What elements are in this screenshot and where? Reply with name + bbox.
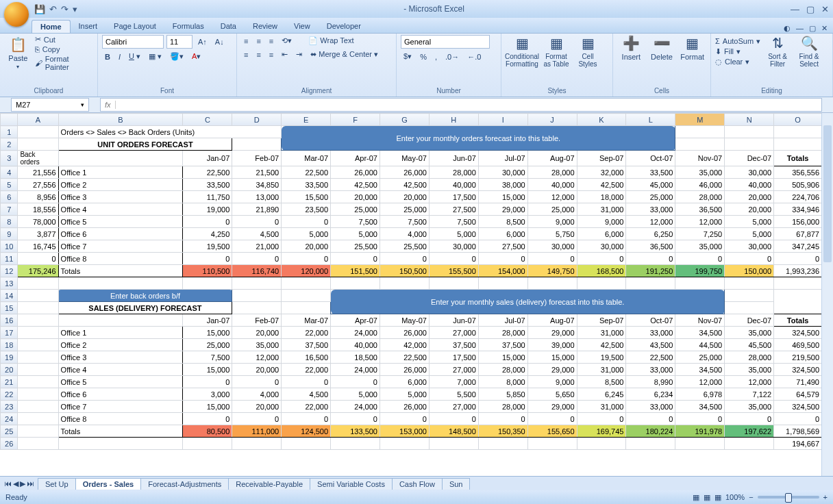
undo-icon[interactable]: ↶ — [49, 4, 57, 14]
cell[interactable]: 29,000 — [527, 364, 577, 376]
cell[interactable] — [18, 339, 58, 351]
cell[interactable]: 7,122 — [725, 388, 774, 401]
cell[interactable]: 9,000 — [527, 376, 577, 388]
cell[interactable] — [675, 438, 725, 450]
cell[interactable]: 25,000 — [675, 351, 725, 364]
cell[interactable] — [774, 126, 822, 138]
col-header[interactable]: B — [58, 114, 183, 126]
cell[interactable] — [380, 438, 429, 450]
cell[interactable]: 28,000 — [527, 166, 577, 179]
cell[interactable]: 3,877 — [18, 228, 58, 240]
minimize-icon[interactable]: — — [791, 4, 799, 14]
cell[interactable]: 43,500 — [626, 339, 675, 351]
cell[interactable] — [18, 351, 58, 364]
cell[interactable] — [331, 438, 380, 450]
cell[interactable]: 15,000 — [183, 401, 232, 413]
cell[interactable]: 0 — [232, 376, 282, 388]
col-header[interactable]: L — [626, 114, 675, 126]
cell[interactable]: SALES (DELIVERY) FORECAST — [58, 302, 232, 314]
cell[interactable] — [478, 438, 527, 450]
cell[interactable] — [527, 277, 577, 290]
cell[interactable]: 27,500 — [429, 203, 478, 216]
cell[interactable]: 13,000 — [232, 191, 282, 203]
worksheet-grid[interactable]: ABCDEFGHIJKLMNO1Orders <> Sales <> Back … — [0, 113, 833, 476]
zoom-out-icon[interactable]: − — [749, 493, 753, 501]
cell[interactable]: 12,000 — [725, 376, 774, 388]
cell[interactable] — [282, 277, 331, 290]
increase-indent-icon[interactable]: ⇥ — [293, 49, 305, 60]
cell[interactable]: 16,500 — [282, 351, 331, 364]
align-middle-icon[interactable]: ≡ — [253, 36, 263, 47]
format-cells-button[interactable]: ▦Format — [678, 35, 706, 61]
cell[interactable]: 116,740 — [232, 265, 282, 277]
cell[interactable]: 12,000 — [675, 376, 725, 388]
find-select-button[interactable]: 🔍Find & Select — [795, 35, 823, 68]
cell[interactable]: 133,500 — [331, 425, 380, 438]
cell[interactable]: 0 — [774, 253, 822, 265]
prev-sheet-icon[interactable]: ◀ — [13, 479, 18, 488]
cell[interactable]: 32,000 — [577, 166, 626, 179]
cell[interactable] — [18, 388, 58, 401]
cell[interactable]: 33,500 — [183, 179, 232, 191]
cell[interactable]: 180,224 — [626, 425, 675, 438]
row-header[interactable]: 20 — [1, 364, 18, 376]
cell[interactable]: Jun-07 — [429, 314, 478, 327]
cell[interactable]: Office 8 — [58, 413, 183, 425]
cell[interactable]: 334,946 — [774, 203, 822, 216]
cell[interactable]: 33,500 — [282, 179, 331, 191]
cell[interactable]: 347,245 — [774, 240, 822, 253]
cell[interactable]: 0 — [183, 376, 232, 388]
autosum-button[interactable]: ΣAutoSum ▾ — [715, 37, 760, 46]
cell[interactable]: 33,000 — [626, 327, 675, 339]
cell[interactable]: 175,246 — [18, 265, 58, 277]
underline-button[interactable]: U ▾ — [126, 51, 143, 62]
row-header[interactable]: 3 — [1, 151, 18, 166]
cell[interactable]: 6,245 — [577, 388, 626, 401]
cell[interactable] — [282, 290, 331, 302]
cell[interactable] — [18, 364, 58, 376]
cell[interactable] — [331, 277, 380, 290]
cell[interactable]: 20,000 — [232, 364, 282, 376]
cell[interactable]: 6,978 — [675, 388, 725, 401]
cell[interactable]: 0 — [429, 413, 478, 425]
cell[interactable]: 44,500 — [675, 339, 725, 351]
cell[interactable] — [577, 438, 626, 450]
row-header[interactable]: 25 — [1, 425, 18, 438]
cell[interactable] — [18, 401, 58, 413]
cell[interactable]: 21,890 — [232, 203, 282, 216]
cell[interactable]: 149,750 — [527, 265, 577, 277]
cell[interactable]: 26,000 — [380, 364, 429, 376]
decrease-decimal-icon[interactable]: ←.0 — [464, 51, 484, 62]
cell[interactable]: Office 6 — [58, 228, 183, 240]
cell[interactable] — [774, 138, 822, 151]
cell[interactable]: 18,500 — [331, 351, 380, 364]
cell[interactable]: 155,650 — [527, 425, 577, 438]
cell[interactable]: 169,745 — [577, 425, 626, 438]
cell[interactable]: Office 8 — [58, 253, 183, 265]
row-header[interactable]: 6 — [1, 191, 18, 203]
sheet-tab[interactable]: Cash Flow — [392, 478, 443, 490]
cell[interactable]: 46,000 — [675, 179, 725, 191]
decrease-indent-icon[interactable]: ⇤ — [279, 49, 290, 60]
align-top-icon[interactable]: ≡ — [241, 36, 251, 47]
cell[interactable]: 34,500 — [675, 364, 725, 376]
cell[interactable] — [725, 126, 774, 138]
font-size-combo[interactable] — [166, 35, 192, 49]
cell[interactable]: 9,000 — [527, 216, 577, 228]
cell[interactable]: 1,993,236 — [774, 265, 822, 277]
cell[interactable]: 26,000 — [380, 327, 429, 339]
cell[interactable] — [725, 290, 774, 302]
cell[interactable]: Dec-07 — [725, 151, 774, 166]
cell[interactable]: 30,000 — [725, 166, 774, 179]
cell[interactable]: 31,000 — [577, 327, 626, 339]
cell[interactable]: 29,000 — [478, 203, 527, 216]
cell[interactable] — [725, 277, 774, 290]
cell[interactable]: Office 6 — [58, 388, 183, 401]
cell[interactable]: 20,000 — [725, 191, 774, 203]
cell[interactable]: 0 — [527, 413, 577, 425]
cell[interactable] — [626, 438, 675, 450]
cell[interactable]: 8,000 — [478, 376, 527, 388]
cell[interactable]: 8,990 — [626, 376, 675, 388]
row-header[interactable]: 22 — [1, 388, 18, 401]
grow-font-icon[interactable]: A↑ — [195, 36, 210, 47]
